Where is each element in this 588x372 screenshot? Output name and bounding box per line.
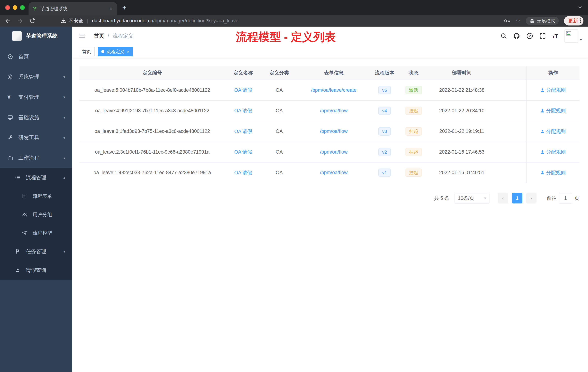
assign-rule-link[interactable]: 分配规则 [540, 149, 566, 155]
assign-rule-link[interactable]: 分配规则 [540, 169, 566, 176]
search-icon[interactable] [501, 33, 507, 39]
version-tag: v1 [378, 169, 390, 177]
back-button[interactable] [5, 18, 11, 24]
form-info-link[interactable]: /bpm/oa/flow [320, 108, 348, 114]
status-badge: 挂起 [405, 148, 422, 156]
pagination-total: 共 5 条 [434, 195, 449, 201]
monitor-icon [8, 115, 13, 120]
caret-down-icon: ▾ [580, 37, 582, 43]
definition-name-link[interactable]: OA 请假 [234, 169, 252, 176]
sidebar-toggle-hamburger-icon[interactable] [79, 33, 85, 39]
breadcrumb-current: 流程定义 [113, 33, 134, 40]
update-button[interactable]: 更新 [564, 16, 583, 26]
chevron-down-icon: ▾ [63, 75, 65, 79]
assign-rule-link[interactable]: 分配规则 [540, 128, 566, 135]
table-row: oa_leave:5:004b710b-7b8a-11ec-8ef0-acde4… [79, 80, 579, 100]
tag-home[interactable]: 首页 [79, 47, 94, 57]
workflow-submenu: 流程管理 ▴ 流程表单 用户分组 [0, 168, 72, 280]
security-label: 不安全 [69, 17, 83, 24]
sidebar-item-workflow[interactable]: 工作流程 ▴ [0, 148, 72, 168]
definition-name-link[interactable]: OA 请假 [234, 107, 252, 114]
form-info-link[interactable]: /bpm/oa/flow [320, 129, 348, 134]
sidebar-item-leave-query[interactable]: 请假查询 [0, 261, 72, 280]
warning-icon [61, 18, 66, 24]
font-size-icon[interactable]: TT [552, 33, 558, 39]
browser-menu-kebab-icon[interactable] [580, 18, 581, 23]
sidebar-item-process-form[interactable]: 流程表单 [0, 187, 72, 205]
sidebar-item-process-model[interactable]: 流程模型 [0, 224, 72, 242]
site-security-badge[interactable]: 不安全 [61, 17, 83, 24]
sidebar-item-task-management[interactable]: 任务管理 ▾ [0, 242, 72, 261]
table-row: oa_leave:3:1fad3d93-7b75-11ec-a3c8-acde4… [79, 121, 579, 142]
status-badge: 挂起 [405, 107, 422, 115]
col-header-deploy-time: 部署时间 [429, 66, 495, 79]
sidebar-item-infrastructure[interactable]: 基础设施 ▾ [0, 107, 72, 128]
tag-close-icon[interactable]: × [127, 49, 129, 54]
users-icon [22, 212, 28, 217]
person-icon [15, 268, 21, 273]
favicon-icon [32, 6, 37, 11]
sidebar-menu: 首页 系统管理 ▾ ¥ 支付管理 ▾ 基础设施 ▾ [0, 45, 72, 280]
deploy-time: 2022-01-16 17:46:53 [429, 142, 495, 162]
chevron-down-icon: ▾ [63, 115, 65, 120]
version-tag: v5 [378, 86, 390, 94]
assign-rule-link[interactable]: 分配规则 [540, 107, 566, 114]
sidebar-item-label: 用户分组 [32, 211, 52, 218]
zoom-window-button[interactable] [20, 5, 25, 10]
list-icon [15, 175, 21, 180]
form-info-link[interactable]: /bpm/oa/leave/create [311, 87, 356, 93]
tab-close-icon[interactable]: × [109, 6, 113, 12]
sidebar-item-dev-tools[interactable]: 研发工具 ▾ [0, 128, 72, 148]
github-icon[interactable] [513, 33, 520, 39]
sidebar-item-label: 任务管理 [26, 248, 46, 255]
deploy-time: 2022-01-16 01:40:51 [429, 163, 495, 183]
next-page-button[interactable]: › [526, 193, 537, 203]
dashboard-icon [8, 54, 13, 59]
sidebar-item-label: 流程模型 [32, 230, 52, 236]
chevron-down-icon: ▾ [63, 249, 65, 254]
form-info-link[interactable]: /bpm/oa/flow [320, 149, 348, 155]
status-badge: 挂起 [405, 127, 422, 135]
sidebar-item-system[interactable]: 系统管理 ▾ [0, 67, 72, 87]
minimize-window-button[interactable] [13, 5, 17, 10]
sidebar-item-payment[interactable]: ¥ 支付管理 ▾ [0, 87, 72, 107]
pagination: 共 5 条 10条/页 ▾ ‹ 1 › 前往 页 [79, 193, 579, 203]
fullscreen-icon[interactable] [539, 33, 546, 39]
definition-name-link[interactable]: OA 请假 [234, 128, 252, 135]
bookmark-star-icon[interactable]: ☆ [515, 17, 521, 24]
sidebar-item-label: 基础设施 [18, 114, 39, 121]
assign-rule-link[interactable]: 分配规则 [540, 87, 566, 93]
version-tag: v4 [378, 107, 390, 115]
sidebar-item-label: 研发工具 [18, 134, 39, 142]
tag-process-definition[interactable]: 流程定义 × [98, 47, 133, 57]
address-bar[interactable]: dashboard.yudao.iocoder.cn/bpm/manager/d… [92, 18, 238, 24]
breadcrumb-home[interactable]: 首页 [94, 33, 104, 40]
reload-button[interactable] [29, 18, 35, 24]
close-window-button[interactable] [5, 5, 10, 10]
forward-button[interactable] [17, 18, 23, 24]
form-info-link[interactable]: /bpm/oa/flow [320, 170, 348, 175]
prev-page-button[interactable]: ‹ [498, 193, 508, 203]
table-header-row: 定义编号 定义名称 定义分类 表单信息 流程版本 状态 部署时间 操作 [79, 66, 579, 80]
update-label: 更新 [568, 17, 578, 24]
form-icon [22, 194, 28, 199]
password-key-icon[interactable] [504, 18, 510, 24]
user-avatar[interactable]: ▾ [565, 29, 582, 43]
definition-name-link[interactable]: OA 请假 [234, 149, 252, 155]
page-size-select[interactable]: 10条/页 ▾ [454, 193, 489, 203]
browser-tab[interactable]: 芋道管理系统 × [29, 2, 117, 15]
sidebar-item-user-group[interactable]: 用户分组 [0, 205, 72, 224]
chevron-up-icon: ▴ [63, 175, 65, 180]
definition-name-link[interactable]: OA 请假 [234, 87, 252, 93]
sidebar-item-process-management[interactable]: 流程管理 ▴ [0, 168, 72, 187]
definition-table: 定义编号 定义名称 定义分类 表单信息 流程版本 状态 部署时间 操作 oa_l… [79, 66, 579, 183]
page-content: 定义编号 定义名称 定义分类 表单信息 流程版本 状态 部署时间 操作 oa_l… [72, 58, 588, 372]
tab-search-chevron-icon[interactable] [578, 5, 583, 11]
goto-page-input[interactable] [559, 193, 572, 203]
sidebar-item-label: 首页 [18, 53, 29, 60]
help-icon[interactable]: ? [526, 33, 533, 39]
col-header-definition-category: 定义分类 [262, 66, 297, 79]
new-tab-button[interactable]: + [122, 4, 126, 11]
page-button-1[interactable]: 1 [512, 193, 522, 203]
sidebar-item-home[interactable]: 首页 [0, 47, 72, 67]
